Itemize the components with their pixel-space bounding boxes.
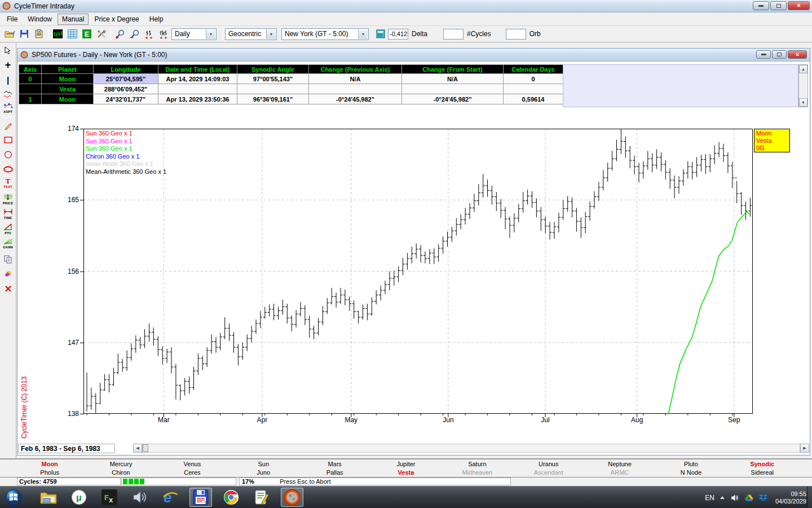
add-dense-bars-button[interactable] [157,27,171,41]
notes-editor-icon[interactable] [250,488,273,507]
planet-pluto[interactable]: Pluto [655,460,726,468]
gdrive-tray-icon[interactable] [745,494,753,502]
chrome-icon[interactable] [220,488,242,507]
clock[interactable]: 09:55 04/03/2029 [775,491,806,505]
centric-combo[interactable]: Geocentric▼ [225,28,277,40]
scroll-left-icon[interactable]: ◀ [133,444,142,453]
planet-pholus[interactable]: Pholus [14,468,85,477]
planet-vesta[interactable]: Vesta [370,468,442,477]
ellipse-tool[interactable] [0,162,16,177]
table-scrollbar[interactable]: ▲ ▼ [798,64,808,107]
aspect-tool[interactable]: ASPT [0,102,16,116]
save-app-icon[interactable]: 64 [189,488,212,507]
menu-manual[interactable]: Manual [58,14,89,25]
planet-armc[interactable]: ARMC [584,468,655,477]
delta-input[interactable]: -0,4127 [388,29,408,40]
close-button[interactable]: ✕ [788,1,810,10]
y-tick-label: 156 [60,268,79,275]
zoom-out-button[interactable] [127,27,142,41]
volume-mixer-icon[interactable] [129,488,151,507]
num-cycles-input[interactable] [443,29,464,40]
chart-view-button[interactable] [50,27,65,41]
fxcm-icon[interactable]: Fx [98,488,121,507]
planet-sidereal[interactable]: Sidereal [727,468,798,477]
orb-input[interactable] [506,29,526,40]
planet-midheaven[interactable]: Midheaven [442,468,513,477]
chevron-down-icon[interactable]: ▼ [266,29,276,39]
close-button[interactable]: ✕ [788,50,807,59]
text-tool[interactable]: TTEXT [0,177,16,191]
price-tool[interactable]: PRICE [0,193,16,208]
scrollbar-thumb[interactable] [143,444,148,452]
language-indicator[interactable]: EN [705,494,714,502]
planet-moon[interactable]: Moon [14,460,85,468]
planet-synodic[interactable]: Synodic [727,460,798,468]
add-bars-button[interactable] [142,27,157,41]
ephemeris-button[interactable]: E [80,27,94,41]
chevron-down-icon[interactable]: ▼ [358,29,368,39]
dropbox-tray-icon[interactable] [759,494,767,502]
pointer-tool[interactable] [0,43,16,58]
planet-ascendant[interactable]: Ascendant [513,468,584,477]
show-hidden-icons[interactable] [720,496,725,499]
restore-button[interactable] [770,1,787,10]
planet-pallas[interactable]: Pallas [299,468,370,477]
planet-n-node[interactable]: N Node [655,468,726,477]
vertical-line-tool[interactable]: | [0,72,16,87]
time-tool[interactable]: TIME [0,208,16,222]
planet-neptune[interactable]: Neptune [584,460,655,468]
clipboard-button[interactable] [32,27,46,41]
planet-venus[interactable]: Venus [157,460,228,468]
planet-mars[interactable]: Mars [299,460,370,468]
planet-jupiter[interactable]: Jupiter [370,460,442,468]
ptv-tool[interactable]: PTV [0,222,16,237]
cycletimer-app-icon[interactable] [281,488,303,507]
menu-price-x-degree[interactable]: Price x Degree [90,14,143,25]
circle-tool[interactable] [0,147,16,162]
internet-explorer-icon[interactable]: e [159,488,182,507]
scroll-up-icon[interactable]: ▲ [799,65,807,73]
timezone-combo[interactable]: New York (GT - 5:00)▼ [281,28,369,40]
menu-help[interactable]: Help [145,14,168,25]
period-combo[interactable]: Daily▼ [171,28,217,40]
utorrent-icon[interactable]: µ [68,488,90,507]
price-chart[interactable] [83,129,753,418]
chevron-down-icon[interactable]: ▼ [206,29,215,39]
explorer-icon[interactable] [37,488,60,507]
gann-tool[interactable]: GANN [0,237,16,252]
notes-tool[interactable] [0,266,16,281]
start-button[interactable] [2,488,25,507]
planet-sun[interactable]: Sun [228,460,299,468]
minimize-button[interactable] [753,1,769,10]
crosshair-tool[interactable]: + [0,58,16,72]
planet-saturn[interactable]: Saturn [442,460,513,468]
volume-tray-icon[interactable] [730,494,739,502]
planet-column: MarsPallas [299,460,370,477]
aspt-label: ASPT [3,109,12,115]
planet-uranus[interactable]: Uranus [513,460,584,468]
delete-tool[interactable] [0,281,16,296]
zoom-in-button[interactable] [113,27,127,41]
wave-tool[interactable] [0,87,16,102]
planet-juno[interactable]: Juno [228,468,299,477]
calculator-button[interactable] [373,27,388,41]
show-desktop-button[interactable] [807,487,812,508]
scroll-right-icon[interactable]: ▶ [800,444,809,453]
planet-chiron[interactable]: Chiron [85,468,156,477]
maximize-button[interactable] [772,50,787,59]
table-view-button[interactable] [65,27,80,41]
planet-mercury[interactable]: Mercury [85,460,156,468]
planet-ceres[interactable]: Ceres [157,468,228,477]
save-button[interactable] [17,27,32,41]
scroll-down-icon[interactable]: ▼ [799,98,807,107]
copy-tool[interactable] [0,252,16,266]
menu-file[interactable]: File [2,14,22,25]
open-button[interactable] [2,27,17,41]
chart-h-scrollbar[interactable] [142,444,800,453]
menu-window[interactable]: Window [23,14,56,25]
rectangle-tool[interactable] [0,133,16,147]
tools-button[interactable] [94,27,109,41]
minimize-button[interactable] [756,50,771,59]
chart-window-titlebar[interactable]: SP500 Futures - Daily - New York (GT - 5… [17,49,810,62]
pencil-tool[interactable] [0,118,16,133]
